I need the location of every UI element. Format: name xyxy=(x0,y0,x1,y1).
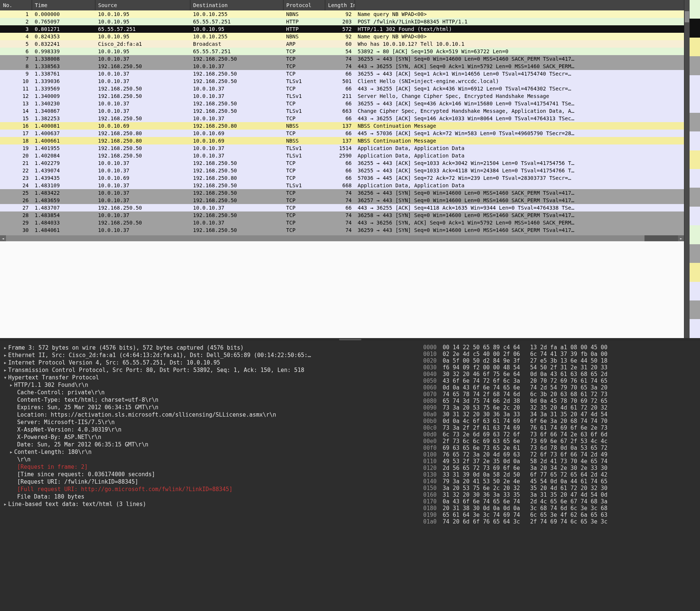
packet-minimap[interactable] xyxy=(690,0,700,338)
packet-row[interactable]: 231.43943510.0.10.69192.168.250.80TCP665… xyxy=(0,174,684,182)
tree-http-powered[interactable]: X-Powered-By: ASP.NET\r\n xyxy=(0,433,421,441)
tree-http-timesince[interactable]: [Time since request: 0.036174000 seconds… xyxy=(0,471,421,478)
tree-ip[interactable]: ▸Internet Protocol Version 4, Src: 65.55… xyxy=(0,359,421,366)
hex-line[interactable]: 01700a 43 6f 6e 74 65 6e 74 2d 4c 65 6e … xyxy=(422,498,699,505)
hex-line[interactable]: 007074 65 78 74 2f 68 74 6d 6c 3b 20 63 … xyxy=(422,391,699,398)
hex-line[interactable]: 00e02f 73 6c 6c 69 63 65 6e 73 69 6e 67 … xyxy=(422,438,699,445)
packet-row[interactable]: 40.82435310.0.10.9510.0.10.255NBNS92Name… xyxy=(0,33,684,40)
hex-line[interactable]: 005043 6f 6e 74 72 6f 6c 3a 20 70 72 69 … xyxy=(422,378,699,384)
tree-http-ctype[interactable]: Content-Type: text/html; charset=utf-8\r… xyxy=(0,396,421,404)
tree-http-fulluri[interactable]: [Full request URI: http://go.microsoft.c… xyxy=(0,486,421,493)
tree-http[interactable]: ▾Hypertext Transfer Protocol xyxy=(0,374,421,381)
tree-http-date[interactable]: Date: Sun, 25 Mar 2012 06:35:15 GMT\r\n xyxy=(0,441,421,448)
tree-http-cache[interactable]: Cache-Control: private\r\n xyxy=(0,389,421,396)
tree-http-clen[interactable]: ▸Content-Length: 180\r\n xyxy=(0,448,421,456)
hex-line[interactable]: 00a030 31 32 20 30 36 3a 33 34 3a 31 35 … xyxy=(422,411,699,418)
packet-row[interactable]: 101.33903610.0.10.37192.168.250.50TLSv15… xyxy=(0,77,684,85)
packet-row[interactable]: 131.34023010.0.10.37192.168.250.50TCP663… xyxy=(0,100,684,107)
packet-header-row[interactable]: No. Time Source Destination Protocol Len… xyxy=(0,0,684,10)
packet-row[interactable]: 151.382253192.168.250.5010.0.10.37TCP664… xyxy=(0,115,684,122)
hex-line[interactable]: 01503a 20 53 75 6e 2c 20 32 35 20 4d 61 … xyxy=(422,485,699,491)
tree-http-aspnet[interactable]: X-AspNet-Version: 4.0.30319\r\n xyxy=(0,426,421,433)
packet-row[interactable]: 191.401955192.168.250.5010.0.10.37TLSv11… xyxy=(0,144,684,152)
tree-http-server[interactable]: Server: Microsoft-IIS/7.5\r\n xyxy=(0,419,421,426)
packet-table[interactable]: No. Time Source Destination Protocol Len… xyxy=(0,0,684,235)
packet-row[interactable]: 20.76509710.0.10.9565.55.57.251HTTP203PO… xyxy=(0,18,684,25)
hex-line[interactable]: 004030 32 20 46 6f 75 6e 64 0d 0a 43 61 … xyxy=(422,371,699,378)
tree-http-requri[interactable]: [Request URI: /fwlink/?LinkID=88345] xyxy=(0,478,421,486)
hex-line[interactable]: 00b00d 0a 4c 6f 63 61 74 69 6f 6e 3a 20 … xyxy=(422,418,699,424)
packet-row[interactable]: 211.40227910.0.10.37192.168.250.50TCP663… xyxy=(0,159,684,167)
packet-row[interactable]: 10.00000010.0.10.9510.0.10.255NBNS92Name… xyxy=(0,10,684,18)
tree-tcp[interactable]: ▸Transmission Control Protocol, Src Port… xyxy=(0,366,421,374)
packet-row[interactable]: 161.40008110.0.10.69192.168.250.80NBSS13… xyxy=(0,122,684,130)
col-no[interactable]: No. xyxy=(0,0,32,10)
col-time[interactable]: Time xyxy=(32,0,95,10)
hex-line[interactable]: 016031 32 20 30 36 3a 33 35 3a 31 35 20 … xyxy=(422,491,699,498)
packet-row[interactable]: 121.340009192.168.250.5010.0.10.37TLSv12… xyxy=(0,92,684,100)
hex-offset: 0030 xyxy=(423,364,443,371)
packet-row[interactable]: 251.48342210.0.10.37192.168.250.50TCP743… xyxy=(0,189,684,197)
tree-http-reqframe[interactable]: [Request in frame: 2] xyxy=(0,463,421,471)
scroll-right-icon[interactable]: ► xyxy=(678,235,684,241)
packet-row[interactable]: 141.34086710.0.10.37192.168.250.50TLSv16… xyxy=(0,107,684,115)
hex-line[interactable]: 019065 61 64 3e 3c 74 69 74 6c 65 3e 4f … xyxy=(422,512,699,518)
packet-row[interactable]: 261.48365910.0.10.37192.168.250.50TCP743… xyxy=(0,197,684,204)
packet-list-hscroll[interactable]: ◄ ► xyxy=(0,235,684,241)
tree-eth[interactable]: ▸Ethernet II, Src: Cisco_2d:fa:a1 (c4:64… xyxy=(0,351,421,359)
packet-row[interactable]: 181.400661192.168.250.8010.0.10.69NBSS13… xyxy=(0,137,684,144)
hex-line[interactable]: 0030f6 94 09 f2 00 00 48 54 54 50 2f 31 … xyxy=(422,364,699,371)
packet-row[interactable]: 111.339569192.168.250.5010.0.10.37TCP664… xyxy=(0,85,684,92)
tree-frame[interactable]: ▸Frame 3: 572 bytes on wire (4576 bits),… xyxy=(0,344,421,351)
cell-src: 10.0.10.37 xyxy=(95,189,190,197)
packet-row[interactable]: 291.484033192.168.250.5010.0.10.37TCP744… xyxy=(0,219,684,226)
packet-row[interactable]: 281.48385410.0.10.37192.168.250.50TCP743… xyxy=(0,211,684,219)
cell-time: 1.400081 xyxy=(32,122,95,130)
tree-http-expires[interactable]: Expires: Sun, 25 Mar 2012 06:34:15 GMT\r… xyxy=(0,404,421,411)
packet-row[interactable]: 60.99833910.0.10.9565.55.57.251TCP545389… xyxy=(0,48,684,55)
packet-list-pane[interactable]: No. Time Source Destination Protocol Len… xyxy=(0,0,700,338)
packet-row[interactable]: 50.832241Cisco_2d:fa:a1BroadcastARP60Who… xyxy=(0,40,684,48)
hex-line[interactable]: 00c073 3a 2f 2f 61 63 74 69 76 61 74 69 … xyxy=(422,424,699,431)
packet-bytes-pane[interactable]: 000000 14 22 50 65 89 c4 64 13 2d fa a1 … xyxy=(421,341,700,611)
col-proto[interactable]: Protocol xyxy=(283,0,325,10)
col-dest[interactable]: Destination xyxy=(190,0,283,10)
col-length[interactable]: Length Info xyxy=(325,0,355,10)
packet-details-pane[interactable]: ▸Frame 3: 572 bytes on wire (4576 bits),… xyxy=(0,341,421,611)
hex-line[interactable]: 01202d 56 65 72 73 69 6f 6e 3a 20 34 2e … xyxy=(422,465,699,471)
hex-line[interactable]: 018020 31 38 30 0d 0a 0d 0a 3c 68 74 6d … xyxy=(422,505,699,512)
scroll-left-icon[interactable]: ◄ xyxy=(0,235,6,241)
col-info[interactable] xyxy=(355,0,684,10)
col-source[interactable]: Source xyxy=(95,0,190,10)
packet-row[interactable]: 221.43907410.0.10.37192.168.250.50TCP663… xyxy=(0,167,684,174)
packet-row[interactable]: 81.338563192.168.250.5010.0.10.37TCP7444… xyxy=(0,63,684,70)
hex-line[interactable]: 014079 3a 20 41 53 50 2e 4e 45 54 0d 0a … xyxy=(422,478,699,485)
packet-row[interactable]: 241.48310910.0.10.37192.168.250.50TLSv16… xyxy=(0,182,684,189)
hex-line[interactable]: 011049 53 2f 37 2e 35 0d 0a 58 2d 41 73 … xyxy=(422,458,699,465)
hex-line[interactable]: 001002 2e 4d c5 40 00 2f 06 6c 74 41 37 … xyxy=(422,351,699,357)
tree-http-crlf[interactable]: \r\n xyxy=(0,456,421,463)
packet-list-vscroll[interactable] xyxy=(684,0,690,338)
packet-row[interactable]: 30.80127165.55.57.25110.0.10.95HTTP572HT… xyxy=(0,25,684,33)
packet-row[interactable]: 171.400637192.168.250.8010.0.10.69TCP664… xyxy=(0,130,684,137)
hex-line[interactable]: 00d06c 73 2e 6d 69 63 72 6f 73 6f 66 74 … xyxy=(422,431,699,438)
packet-row[interactable]: 301.48406110.0.10.37192.168.250.50TCP743… xyxy=(0,226,684,234)
packet-row[interactable]: 91.33876110.0.10.37192.168.250.50TCP6636… xyxy=(0,70,684,77)
hex-line[interactable]: 009073 3a 20 53 75 6e 2c 20 32 35 20 4d … xyxy=(422,404,699,411)
hex-line[interactable]: 00200a 5f 00 50 d2 84 9e 3f 27 e5 3b 13 … xyxy=(422,357,699,364)
hex-line[interactable]: 00600d 0a 43 6f 6e 74 65 6e 74 2d 54 79 … xyxy=(422,384,699,391)
tree-http-location[interactable]: Location: https://activation.sls.microso… xyxy=(0,411,421,419)
hex-line[interactable]: 000000 14 22 50 65 89 c4 64 13 2d fa a1 … xyxy=(422,344,699,351)
packet-row[interactable]: 201.402084192.168.250.5010.0.10.37TLSv12… xyxy=(0,152,684,159)
pane-splitter[interactable] xyxy=(0,338,700,341)
hex-line[interactable]: 00f069 63 65 6e 73 65 2e 61 73 6d 78 0d … xyxy=(422,445,699,451)
tree-http-filedata[interactable]: File Data: 180 bytes xyxy=(0,493,421,500)
hex-line[interactable]: 01a074 20 6d 6f 76 65 64 3c 2f 74 69 74 … xyxy=(422,518,699,525)
hex-line[interactable]: 008065 74 3d 75 74 66 2d 38 0d 0a 45 78 … xyxy=(422,398,699,404)
hex-line[interactable]: 010076 65 72 3a 20 4d 69 63 72 6f 73 6f … xyxy=(422,451,699,458)
packet-row[interactable]: 71.33800810.0.10.37192.168.250.50TCP7436… xyxy=(0,55,684,63)
hex-line[interactable]: 013033 31 39 0d 0a 58 2d 50 6f 77 65 72 … xyxy=(422,471,699,478)
tree-linebased[interactable]: ▸Line-based text data: text/html (3 line… xyxy=(0,500,421,508)
packet-row[interactable]: 271.483707192.168.250.5010.0.10.37TCP664… xyxy=(0,204,684,211)
tree-http-status[interactable]: ▸HTTP/1.1 302 Found\r\n xyxy=(0,381,421,389)
